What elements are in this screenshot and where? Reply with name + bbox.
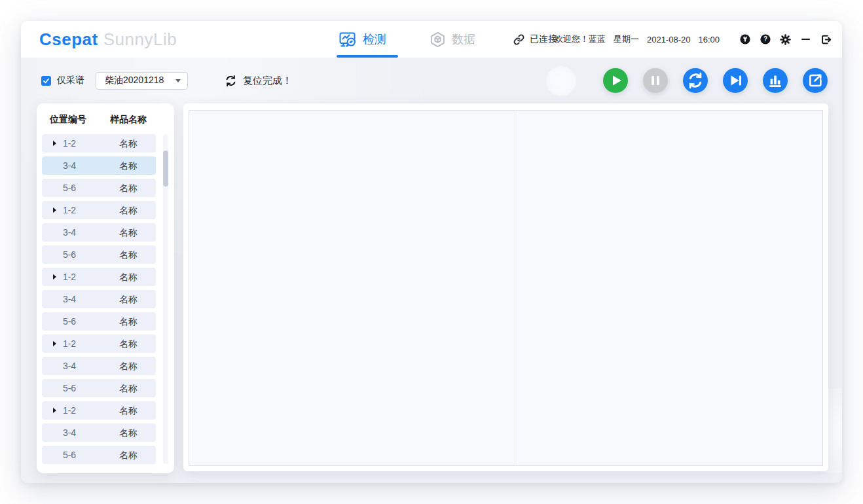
position-cell: 3-4: [56, 290, 83, 308]
connection-status-label: 已连接: [530, 33, 557, 45]
list-item[interactable]: 5-6 名称: [42, 179, 156, 197]
column-header-position: 位置编号: [50, 114, 86, 126]
name-cell: 名称: [110, 446, 147, 464]
link-icon: [513, 34, 524, 45]
pause-icon: [643, 68, 668, 93]
method-select-value: 柴油20201218: [105, 75, 175, 86]
app-header: Csepat SunnyLib 检测: [21, 21, 842, 58]
main-panel: [183, 103, 828, 471]
position-cell: 1-2: [56, 334, 83, 353]
date-text: 2021-08-20: [647, 35, 691, 45]
position-cell: 1-2: [56, 201, 83, 219]
logo-secondary: SunnyLib: [103, 29, 177, 50]
position-cell: 1-2: [56, 134, 83, 153]
bar-chart-icon: [763, 68, 788, 93]
position-cell: 5-6: [56, 379, 83, 397]
play-icon: [613, 76, 621, 86]
skip-next-button[interactable]: [723, 68, 748, 93]
scrollbar-thumb[interactable]: [163, 151, 168, 187]
export-button[interactable]: [803, 68, 828, 93]
toolbar: 仅采谱 柴油20201218 复位完成！: [21, 58, 842, 103]
list-item[interactable]: 1-2 名称: [42, 401, 156, 420]
position-cell: 3-4: [56, 423, 83, 442]
name-cell: 名称: [110, 379, 147, 397]
name-cell: 名称: [110, 401, 147, 420]
list-item[interactable]: 1-2 名称: [42, 201, 156, 219]
user-area: 欢迎您！蓝蓝 星期一 2021-08-20 16:00: [555, 21, 832, 58]
minimize-icon[interactable]: [800, 34, 811, 45]
app-window: Csepat SunnyLib 检测: [21, 21, 842, 483]
weekday-text: 星期一: [614, 33, 639, 45]
reset-sync-button[interactable]: [683, 68, 708, 93]
time-text: 16:00: [698, 35, 720, 45]
app-body: 仅采谱 柴油20201218 复位完成！: [21, 58, 842, 483]
hexagon-cube-icon: [430, 31, 446, 48]
name-cell: 名称: [110, 245, 147, 264]
position-cell: 3-4: [56, 357, 83, 375]
method-select[interactable]: 柴油20201218: [96, 72, 188, 90]
pause-button[interactable]: [643, 68, 668, 93]
list-item[interactable]: 5-6 名称: [42, 379, 156, 397]
monitor-wave-magnifier-icon: [339, 31, 357, 48]
list-item[interactable]: 5-6 名称: [42, 446, 156, 464]
welcome-text: 欢迎您！蓝蓝: [555, 33, 606, 45]
list-item[interactable]: 3-4 名称: [42, 223, 156, 242]
chart-panel-left: [189, 111, 515, 465]
tab-data-label: 数据: [452, 31, 475, 47]
position-cell: 5-6: [56, 179, 83, 197]
help-circle-icon[interactable]: ?: [760, 34, 771, 45]
tab-detection[interactable]: 检测: [337, 21, 389, 58]
name-cell: 名称: [110, 156, 147, 175]
action-buttons: [603, 68, 828, 93]
list-item[interactable]: 3-4 名称: [42, 357, 156, 375]
chart-panel-right: [515, 111, 822, 465]
chart-area: [189, 110, 823, 466]
connection-status: 已连接: [513, 21, 557, 58]
list-item[interactable]: 1-2 名称: [42, 268, 156, 286]
export-icon: [803, 68, 828, 93]
name-cell: 名称: [110, 357, 147, 375]
position-cell: 1-2: [56, 268, 83, 286]
list-item[interactable]: 5-6 名称: [42, 312, 156, 331]
name-cell: 名称: [110, 268, 147, 286]
reset-status: 复位完成！: [225, 75, 292, 87]
svg-text:?: ?: [763, 35, 767, 43]
position-cell: 5-6: [56, 245, 83, 264]
list-item[interactable]: 1-2 名称: [42, 334, 156, 353]
column-header-name: 样品名称: [110, 114, 147, 126]
start-button[interactable]: [603, 68, 628, 93]
sample-list-panel: 位置编号 样品名称 1-2 名称 3-4 名称 5-6 名称 1-2 名称 3-…: [37, 103, 174, 473]
bar-chart-button[interactable]: [763, 68, 788, 93]
tab-detection-label: 检测: [363, 31, 386, 47]
sample-list: 1-2 名称 3-4 名称 5-6 名称 1-2 名称 3-4 名称 5-6 名…: [42, 134, 156, 468]
wrench-circle-icon[interactable]: [739, 34, 750, 45]
name-cell: 名称: [110, 223, 147, 242]
list-item[interactable]: 3-4 名称: [42, 156, 156, 175]
position-cell: 3-4: [56, 223, 83, 242]
name-cell: 名称: [110, 423, 147, 442]
name-cell: 名称: [110, 312, 147, 331]
sync-icon: [683, 68, 708, 93]
list-item[interactable]: 5-6 名称: [42, 245, 156, 264]
name-cell: 名称: [110, 290, 147, 308]
list-item[interactable]: 1-2 名称: [42, 134, 156, 153]
spectrum-only-checkbox[interactable]: 仅采谱: [41, 75, 84, 86]
tab-data[interactable]: 数据: [427, 21, 478, 58]
settings-gear-icon[interactable]: [780, 34, 791, 45]
position-cell: 5-6: [56, 312, 83, 331]
reset-status-text: 复位完成！: [243, 75, 292, 87]
skip-next-icon: [723, 68, 748, 93]
logo-primary: Csepat: [39, 29, 98, 50]
name-cell: 名称: [110, 334, 147, 353]
position-cell: 5-6: [56, 446, 83, 464]
logout-icon[interactable]: [820, 34, 832, 45]
list-item[interactable]: 3-4 名称: [42, 423, 156, 442]
list-item[interactable]: 3-4 名称: [42, 290, 156, 308]
name-cell: 名称: [110, 134, 147, 153]
name-cell: 名称: [110, 201, 147, 219]
position-cell: 3-4: [56, 156, 83, 175]
checkbox-checked-icon: [41, 76, 51, 86]
refresh-icon: [225, 75, 237, 87]
chevron-down-icon: [175, 79, 181, 82]
position-cell: 1-2: [56, 401, 83, 420]
